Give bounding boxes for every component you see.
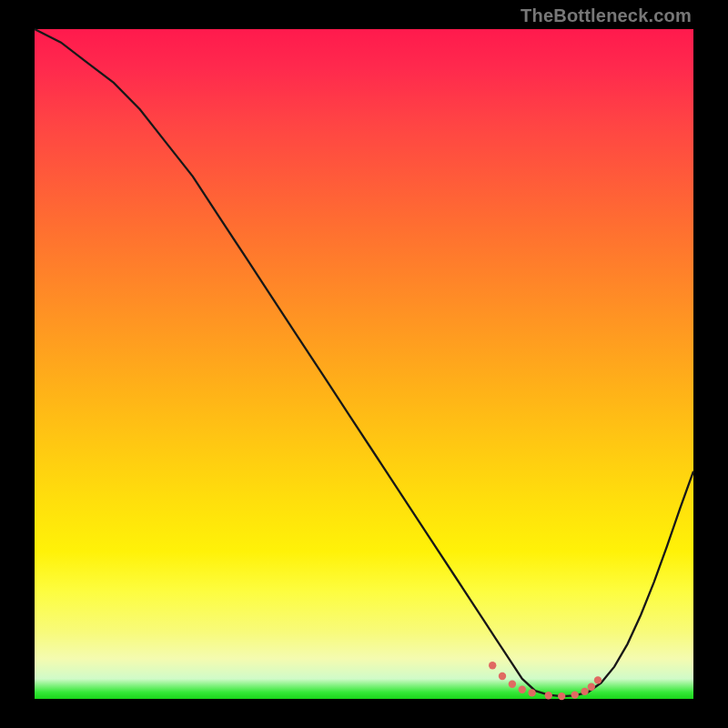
watermark-text: TheBottleneck.com xyxy=(521,5,692,26)
chart-frame: TheBottleneck.com xyxy=(0,0,728,728)
highlight-dot xyxy=(588,683,595,691)
highlight-dot xyxy=(571,691,579,698)
highlight-dot xyxy=(558,693,565,700)
highlight-dot xyxy=(545,692,552,699)
highlight-dots xyxy=(489,662,602,700)
curve-layer xyxy=(35,29,693,699)
highlight-dot xyxy=(509,681,516,688)
highlight-dot xyxy=(594,676,602,683)
highlight-dot xyxy=(528,689,535,696)
highlight-dot xyxy=(489,662,496,669)
highlight-dot xyxy=(519,686,526,693)
highlight-dot xyxy=(499,672,506,680)
plot-area xyxy=(35,29,693,699)
bottleneck-curve xyxy=(35,29,693,696)
highlight-dot xyxy=(581,688,588,695)
